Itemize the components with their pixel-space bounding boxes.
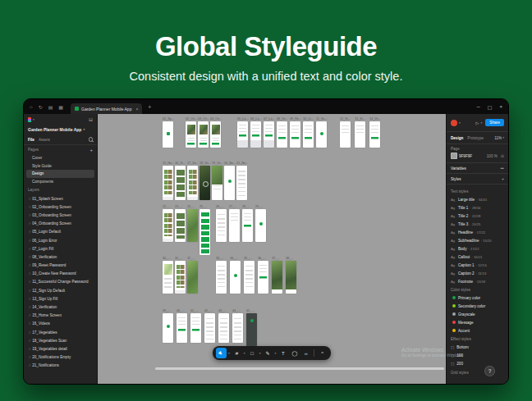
- layer-item[interactable]: #20_Notifications Empty: [24, 353, 97, 362]
- page-color-row[interactable]: 9F9F9F 100 % ⊙: [451, 153, 504, 159]
- canvas-frame[interactable]: 38_...: [286, 261, 296, 294]
- close-tab-icon[interactable]: ×: [135, 107, 138, 112]
- layer-item[interactable]: #17_Vegetables: [24, 328, 97, 336]
- canvas-frame[interactable]: 22_...: [163, 209, 173, 242]
- history-icon[interactable]: ↻: [39, 104, 43, 110]
- layer-item[interactable]: #21_Notifications: [24, 362, 97, 370]
- variables-icon[interactable]: ≔: [500, 166, 504, 171]
- layer-item[interactable]: #01_Splash Screen: [24, 194, 97, 203]
- canvas-frame[interactable]: 28_...: [242, 209, 253, 242]
- page-item-style-guide[interactable]: Style Guide: [26, 162, 94, 171]
- canvas-frame[interactable]: 24_...: [187, 209, 198, 242]
- layer-item[interactable]: #15_Home Screen: [24, 312, 97, 320]
- effect-style-item[interactable]: ▢200: [451, 359, 504, 367]
- chevron-down-icon[interactable]: ▾: [228, 352, 230, 355]
- chevron-down-icon[interactable]: ▾: [480, 121, 482, 125]
- canvas-frame[interactable]: 37_...: [272, 261, 282, 294]
- canvas-frame[interactable]: 11_Su...: [316, 121, 327, 148]
- color-style-item[interactable]: Secondary color: [451, 302, 504, 310]
- text-style-item[interactable]: AgCaption 211/13: [451, 269, 504, 277]
- canvas-frame[interactable]: 33_...: [216, 261, 227, 294]
- layer-item[interactable]: #04_Onboarding Screen: [24, 220, 97, 228]
- canvas-frame[interactable]: 14_Ve...: [369, 121, 380, 148]
- effect-style-item[interactable]: ▢Bottom: [451, 343, 504, 351]
- layer-item[interactable]: #10_Create New Password: [24, 270, 97, 278]
- canvas-frame[interactable]: 13_Si...: [355, 121, 365, 148]
- canvas-frame[interactable]: 07_Lo...: [264, 121, 274, 148]
- layer-item[interactable]: #09_Reset Password: [24, 262, 97, 270]
- file-name-menu[interactable]: Garden Planner Mobile App ▾: [24, 125, 97, 134]
- canvas-frame[interactable]: 34_...: [230, 261, 241, 294]
- canvas-frame[interactable]: 06_Lo...: [250, 121, 261, 148]
- canvas-frame[interactable]: 43_...: [218, 313, 229, 343]
- tab-file[interactable]: File: [28, 138, 34, 142]
- canvas-frame[interactable]: 16_Vi...: [175, 166, 186, 200]
- canvas-frame[interactable]: 35_...: [244, 261, 255, 294]
- canvas-frame[interactable]: 17_Ve...: [187, 166, 198, 200]
- canvas[interactable]: ▶▾#▾□▾✎▾T◯‹›^ 01_Sp...02_On...03_On...04…: [98, 114, 446, 385]
- canvas-frame[interactable]: 39_...: [163, 313, 173, 343]
- present-icon[interactable]: ▷: [476, 121, 479, 125]
- effect-style-item[interactable]: ▢100: [451, 351, 504, 359]
- text-style-item[interactable]: AgTitle 320/25: [451, 220, 504, 228]
- comment-tool-icon[interactable]: ◯: [289, 348, 300, 358]
- zoom-control[interactable]: 11% ▾: [494, 136, 504, 140]
- actions-tool-icon[interactable]: ^: [317, 348, 328, 358]
- layer-item[interactable]: #12_Sign Up Default: [24, 286, 97, 294]
- text-style-item[interactable]: AgTitle 128/34: [451, 203, 504, 212]
- chevron-down-icon[interactable]: ▾: [259, 352, 261, 355]
- canvas-frame[interactable]: 03_On...: [198, 121, 209, 148]
- text-style-item[interactable]: AgBody17/22: [451, 244, 504, 253]
- color-style-item[interactable]: Accent: [451, 326, 504, 335]
- layer-item[interactable]: #11_Successful Change Password: [24, 278, 97, 286]
- canvas-frame[interactable]: 41_...: [190, 313, 201, 343]
- canvas-frame[interactable]: 23_...: [175, 209, 186, 242]
- layer-item[interactable]: #07_Login Fill: [24, 244, 97, 253]
- eye-icon[interactable]: ⊙: [501, 153, 504, 158]
- canvas-frame[interactable]: 40_...: [177, 313, 187, 343]
- canvas-frame[interactable]: 26_...: [216, 209, 227, 242]
- canvas-frame[interactable]: 27_...: [229, 209, 240, 242]
- file-tab[interactable]: Garden Planner Mobile App ×: [71, 103, 142, 114]
- text-style-item[interactable]: AgCaption 112/16: [451, 261, 504, 269]
- layer-item[interactable]: #16_Videos: [24, 320, 97, 328]
- add-style-button[interactable]: +: [502, 176, 504, 181]
- styles-section[interactable]: Styles +: [447, 174, 508, 185]
- figma-menu[interactable]: ▾: [28, 117, 34, 122]
- variables-section[interactable]: Variables ≔: [447, 163, 508, 174]
- canvas-frame[interactable]: 15_Ho...: [163, 166, 173, 200]
- canvas-frame[interactable]: 25_...: [200, 209, 210, 255]
- dev-mode-tool-icon[interactable]: ‹›: [300, 348, 311, 358]
- canvas-frame[interactable]: 21_No...: [236, 166, 247, 200]
- frame-tool-icon[interactable]: #: [232, 348, 242, 358]
- layer-item[interactable]: #18_Vegetables Scan: [24, 336, 97, 344]
- canvas-frame[interactable]: 01_Sp...: [163, 121, 173, 148]
- canvas-frame[interactable]: 02_On...: [186, 121, 196, 148]
- layer-item[interactable]: #05_Login Default: [24, 228, 97, 236]
- tab-design[interactable]: Design: [451, 136, 463, 140]
- color-style-item[interactable]: Message: [451, 318, 504, 326]
- page-item-cover[interactable]: Cover: [26, 154, 94, 162]
- canvas-frame[interactable]: 42_...: [204, 313, 215, 343]
- layout-icon[interactable]: ▤: [48, 104, 53, 110]
- text-style-item[interactable]: AgSubheadline15/20: [451, 236, 504, 244]
- text-tool-icon[interactable]: T: [277, 348, 288, 358]
- layer-item[interactable]: #03_Onboarding Screen: [24, 211, 97, 219]
- canvas-frame[interactable]: 18_Ve...: [200, 166, 210, 200]
- color-style-item[interactable]: Primary color: [451, 294, 504, 302]
- pen-tool-icon[interactable]: ✎: [262, 348, 273, 358]
- layer-item[interactable]: #08_Verification: [24, 253, 97, 261]
- apps-icon[interactable]: ▦: [58, 104, 63, 110]
- layer-item[interactable]: #19_Vegetables detail: [24, 344, 97, 353]
- new-tab-button[interactable]: +: [148, 104, 151, 110]
- canvas-frame[interactable]: 44_...: [232, 313, 243, 343]
- minimize-button[interactable]: ─: [477, 104, 480, 109]
- layer-item[interactable]: #13_Sign Up Fill: [24, 294, 97, 303]
- maximize-button[interactable]: ▢: [488, 104, 493, 110]
- text-style-item[interactable]: AgFootnote13/18: [451, 277, 504, 285]
- page-item-design[interactable]: Design: [26, 170, 94, 178]
- canvas-frame[interactable]: 12_Si...: [340, 121, 351, 148]
- canvas-frame[interactable]: 19_Ve...: [212, 166, 222, 200]
- page-item-components[interactable]: Components: [26, 178, 94, 186]
- canvas-frame[interactable]: 36_...: [258, 261, 268, 294]
